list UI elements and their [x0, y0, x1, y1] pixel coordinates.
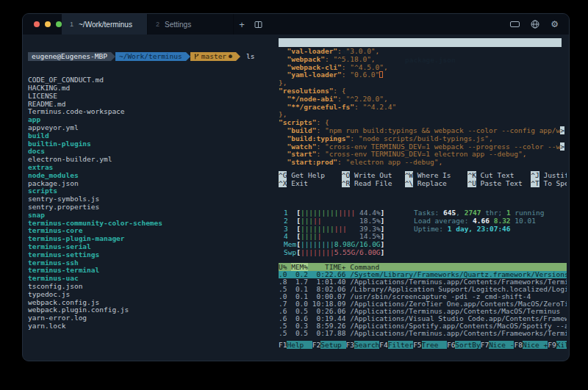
desktop-background: 1 ~/Work/terminus 2 Settings + ⚙: [0, 0, 588, 390]
file-entry: electron-builder.yml: [28, 156, 273, 164]
text-segment: "^4.2.4": [362, 103, 396, 111]
fkey-button[interactable]: F8Nice +: [514, 341, 548, 349]
text-segment: 39.3%: [347, 225, 381, 233]
text-segment: ||||||||: [301, 225, 334, 233]
nano-editor-content[interactable]: "val-loader": "3.0.0", "webpack": "^5.18…: [279, 48, 567, 167]
text-segment: ,: [371, 55, 376, 63]
text-segment: ^W: [405, 171, 413, 179]
text-segment: Swp: [284, 248, 296, 256]
fkey-button[interactable]: F6SortBy: [447, 341, 481, 349]
fkey-button[interactable]: F9Kill: [548, 341, 567, 349]
text-segment: : {: [333, 87, 345, 95]
text-segment: ^R: [342, 179, 350, 187]
text-segment: 8.98G/16.0G: [334, 240, 381, 248]
process-row[interactable]: .5 0.5 0:17.88 /Applications/Terminus.ap…: [279, 330, 567, 337]
text-segment: "^2.20.0": [346, 95, 384, 103]
file-entry: package.json: [28, 180, 273, 188]
text-segment: :: [342, 71, 350, 79]
nano-shortcut[interactable]: ^W Where Is: [405, 171, 468, 179]
directory-entry: node_modules: [28, 172, 273, 180]
fkey-number: F1: [279, 341, 287, 349]
nano-shortcut[interactable]: ^X Exit: [279, 179, 342, 187]
text-segment: ^\: [405, 179, 413, 187]
terminus-window: 1 ~/Work/terminus 2 Settings + ⚙: [22, 13, 570, 361]
fkey-number: F4: [379, 341, 387, 349]
process-row[interactable]: .5 0.3 8:59.26 /Applications/Spotify.app…: [279, 322, 567, 330]
directory-entry: build: [28, 132, 273, 140]
minimize-button[interactable]: [45, 21, 51, 27]
text-segment: :: [337, 158, 345, 166]
fkey-button[interactable]: F2Setup: [312, 341, 346, 349]
file-entry: appveyor.yml: [28, 124, 273, 132]
text-segment: 8.32: [494, 217, 515, 225]
text-segment: Justify: [539, 171, 567, 179]
text-segment: "npm run build:typings && webpack --colo…: [325, 126, 560, 134]
fkey-number: F7: [481, 341, 489, 349]
text-segment: ||||: [338, 209, 355, 217]
nano-shortcut[interactable]: ^J Justify: [531, 171, 567, 179]
text-segment: ,: [523, 150, 527, 158]
prompt-git-segment: master●: [190, 52, 236, 61]
file-entry: Terminus.code-workspace: [28, 108, 273, 116]
shell-terminal-pane[interactable]: eugene@Eugenes-MBP~/Work/terminusmaster●…: [28, 37, 273, 339]
nano-shortcut[interactable]: ^G Get Help: [279, 171, 342, 179]
text-segment: :: [337, 95, 345, 103]
nano-shortcut[interactable]: ^R Read File: [342, 179, 405, 187]
text-segment: ||||||||: [301, 240, 334, 248]
fkey-label: Help: [287, 341, 312, 349]
text-segment: ]: [381, 248, 385, 256]
fkey-button[interactable]: F3Search: [346, 341, 380, 349]
nano-shortcut[interactable]: ^U Paste Text: [467, 179, 531, 187]
text-segment: 2: [284, 217, 296, 225]
text-segment: Paste Text: [476, 179, 531, 187]
nano-shortcut[interactable]: ^\ Replace: [405, 179, 468, 187]
text-segment: |||: [334, 225, 347, 233]
file-entry: LICENSE: [28, 93, 273, 101]
globe-icon[interactable]: [531, 20, 539, 29]
fkey-label: Setup: [320, 341, 345, 349]
text-segment: 4.66: [473, 217, 494, 225]
fkey-button[interactable]: F5Tree: [413, 341, 447, 349]
text-segment: :: [350, 134, 358, 142]
git-branch-name: master: [201, 52, 226, 61]
htop-process-list: .0 0.2 0:22.66 /System/Library/Framework…: [279, 271, 567, 336]
text-segment: },: [279, 79, 287, 87]
nano-shortcut[interactable]: ^K Cut Text: [467, 171, 531, 179]
nano-title-bar: GNU nano 4.5 package.json: [279, 38, 562, 47]
new-tab-button[interactable]: +: [234, 14, 250, 35]
fkey-number: F6: [447, 341, 455, 349]
text-segment: 44.4%: [355, 209, 380, 217]
text-segment: ^X: [279, 179, 287, 187]
tab-work-terminus[interactable]: 1 ~/Work/terminus: [62, 14, 148, 35]
split-pane-icon[interactable]: [250, 14, 266, 35]
text-segment: "^4.5.0": [350, 63, 384, 71]
nano-shortcut[interactable]: ^T To Spell: [531, 179, 567, 187]
text-segment: "^5.18.0": [333, 55, 370, 63]
fkey-label: Nice -: [489, 341, 514, 349]
tab-settings[interactable]: 2 Settings: [148, 14, 234, 35]
close-button[interactable]: [34, 21, 40, 27]
text-segment: ||||||||: [301, 248, 334, 256]
git-branch-icon: [194, 54, 199, 60]
git-dirty-dot: ●: [229, 52, 232, 61]
text-segment: |||: [301, 217, 313, 225]
zoom-button[interactable]: [56, 21, 62, 27]
fkey-button[interactable]: F4Filter: [379, 341, 413, 349]
fkey-button[interactable]: F7Nice -: [481, 341, 514, 349]
toolbar-right: ⚙: [510, 14, 559, 35]
meter-line: Swp[||||||||5.55G/6.00G]: [284, 249, 384, 257]
text-segment: 5.55G/6.00G: [334, 248, 381, 256]
settings-gear-icon[interactable]: ⚙: [551, 20, 559, 29]
text-segment: "*/node-abi": [279, 95, 337, 103]
text-segment: },: [279, 110, 287, 118]
text-segment: Replace: [413, 179, 467, 187]
keyboard-icon[interactable]: [510, 21, 520, 27]
text-segment: >: [560, 142, 564, 151]
text-segment: To Spell: [539, 179, 567, 187]
right-terminal-pane[interactable]: GNU nano 4.5 package.json "val-loader": …: [279, 37, 567, 358]
text-segment: "3.0.0": [346, 47, 376, 55]
text-segment: "build": [279, 126, 316, 134]
nano-shortcut[interactable]: ^O Write Out: [342, 171, 405, 179]
text-segment: :: [325, 55, 333, 63]
fkey-button[interactable]: F1Help: [279, 341, 312, 349]
